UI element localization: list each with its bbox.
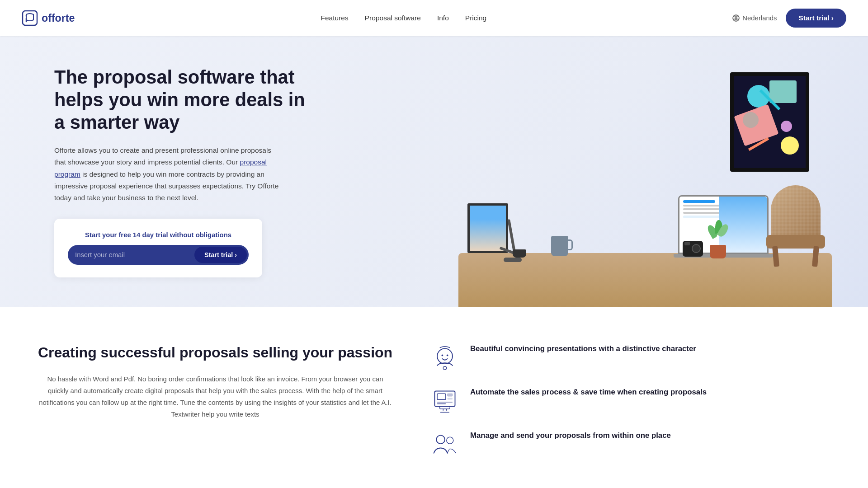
nav-item-features[interactable]: Features — [321, 14, 349, 22]
hero-illustration — [458, 63, 832, 307]
svg-point-5 — [443, 366, 447, 370]
feature-text-presentations: Beautiful convincing presentations with … — [470, 343, 696, 356]
art-shape-brown — [743, 112, 759, 128]
nav-item-pricing[interactable]: Pricing — [465, 14, 486, 22]
svg-point-2 — [437, 348, 453, 364]
features-description: No hassle with Word and Pdf. No boring o… — [36, 373, 394, 420]
art-shape-green — [769, 80, 797, 103]
plant-leaves — [709, 220, 727, 243]
hero-heading: The proposal software that helps you win… — [54, 66, 307, 134]
features-heading: Creating successful proposals selling yo… — [36, 343, 394, 362]
nav-link-features[interactable]: Features — [321, 14, 349, 22]
photo-inner — [470, 206, 506, 251]
svg-point-11 — [436, 435, 445, 444]
desk-mug — [551, 236, 568, 256]
logo-icon — [22, 10, 38, 26]
camera — [683, 241, 703, 257]
camera-lens — [692, 244, 701, 253]
art-frame — [730, 72, 809, 172]
feature-item-automate: Automate the sales process & save time w… — [430, 387, 832, 416]
svg-rect-9 — [448, 398, 453, 400]
navbar: offorte Features Proposal software Info … — [0, 0, 868, 36]
svg-point-12 — [447, 437, 453, 444]
feature-title-automate: Automate the sales process & save time w… — [470, 387, 707, 398]
language-label: Nederlands — [742, 14, 777, 22]
feature-title-presentations: Beautiful convincing presentations with … — [470, 343, 696, 354]
face-icon — [431, 344, 458, 371]
cta-box-title: Start your free 14 day trial without obl… — [68, 231, 249, 239]
svg-rect-0 — [23, 11, 37, 25]
features-section: Creating successful proposals selling yo… — [0, 307, 868, 488]
chair-leg-left — [772, 246, 779, 267]
art-shape-purple — [781, 121, 792, 132]
nav-right: Nederlands Start trial › — [732, 9, 846, 28]
globe-icon — [732, 14, 740, 22]
laptop-content-bar1 — [683, 200, 715, 203]
hero-section: The proposal software that helps you win… — [0, 36, 868, 307]
feature-item-manage: Manage and send your proposals from with… — [430, 430, 832, 459]
nav-item-proposal-software[interactable]: Proposal software — [365, 14, 421, 22]
feature-icon-manage — [430, 430, 459, 459]
desk-plant — [710, 222, 728, 258]
svg-point-3 — [442, 355, 443, 357]
chair-leg-right — [812, 246, 819, 267]
desk-chair — [764, 185, 827, 267]
feature-item-presentations: Beautiful convincing presentations with … — [430, 343, 832, 372]
email-form: Start trial › — [68, 245, 249, 265]
art-shape-yellow — [781, 136, 799, 155]
art-inner — [734, 76, 806, 168]
language-button[interactable]: Nederlands — [732, 14, 777, 22]
logo-text: offorte — [42, 12, 75, 24]
nav-links: Features Proposal software Info Pricing — [321, 14, 487, 22]
features-right: Beautiful convincing presentations with … — [430, 343, 832, 459]
nav-link-proposal-software[interactable]: Proposal software — [365, 14, 421, 22]
people-icon — [431, 431, 458, 458]
lamp-head — [513, 249, 526, 258]
hero-left: The proposal software that helps you win… — [54, 66, 458, 305]
nav-link-pricing[interactable]: Pricing — [465, 14, 486, 22]
automate-icon — [431, 388, 458, 415]
features-left: Creating successful proposals selling yo… — [36, 343, 394, 420]
photo-frame — [467, 203, 508, 253]
email-submit-button[interactable]: Start trial › — [194, 247, 247, 263]
feature-icon-automate — [430, 387, 459, 416]
desk-lamp — [504, 219, 526, 262]
feature-text-automate: Automate the sales process & save time w… — [470, 387, 707, 399]
nav-link-info[interactable]: Info — [437, 14, 449, 22]
feature-icon-presentations — [430, 343, 459, 372]
start-trial-button[interactable]: Start trial › — [786, 9, 846, 28]
nav-item-info[interactable]: Info — [437, 14, 449, 22]
svg-rect-8 — [448, 394, 453, 396]
cta-box: Start your free 14 day trial without obl… — [54, 219, 262, 277]
email-input[interactable] — [75, 247, 194, 263]
svg-rect-7 — [437, 394, 446, 399]
desk-scene — [458, 63, 832, 307]
lamp-base — [504, 258, 522, 262]
logo[interactable]: offorte — [22, 10, 75, 26]
feature-title-manage: Manage and send your proposals from with… — [470, 430, 671, 441]
camera-top — [684, 242, 690, 245]
plant-pot — [710, 245, 726, 258]
feature-text-manage: Manage and send your proposals from with… — [470, 430, 671, 443]
svg-point-4 — [447, 355, 448, 357]
laptop-content-bar3 — [683, 208, 723, 210]
hero-description: Offorte allows you to create and present… — [54, 145, 280, 204]
